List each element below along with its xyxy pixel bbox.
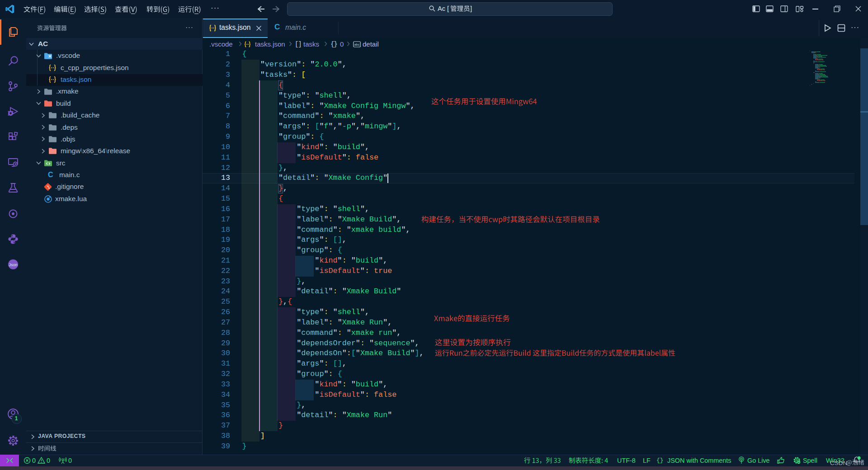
- svg-text:Json: Json: [9, 263, 17, 267]
- svg-text:abc: abc: [354, 42, 359, 47]
